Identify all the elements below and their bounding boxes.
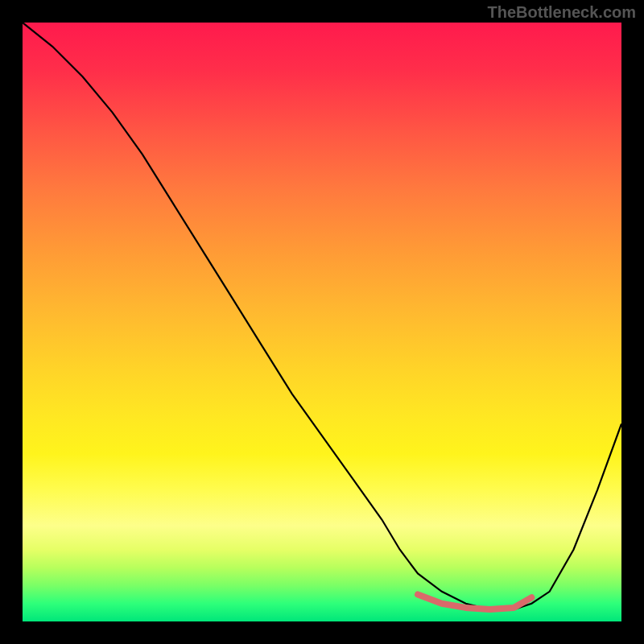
main-curve (23, 23, 621, 609)
chart-svg (23, 23, 621, 621)
chart-area (23, 23, 621, 621)
highlight-curve (418, 595, 531, 610)
watermark-text: TheBottleneck.com (488, 3, 636, 22)
